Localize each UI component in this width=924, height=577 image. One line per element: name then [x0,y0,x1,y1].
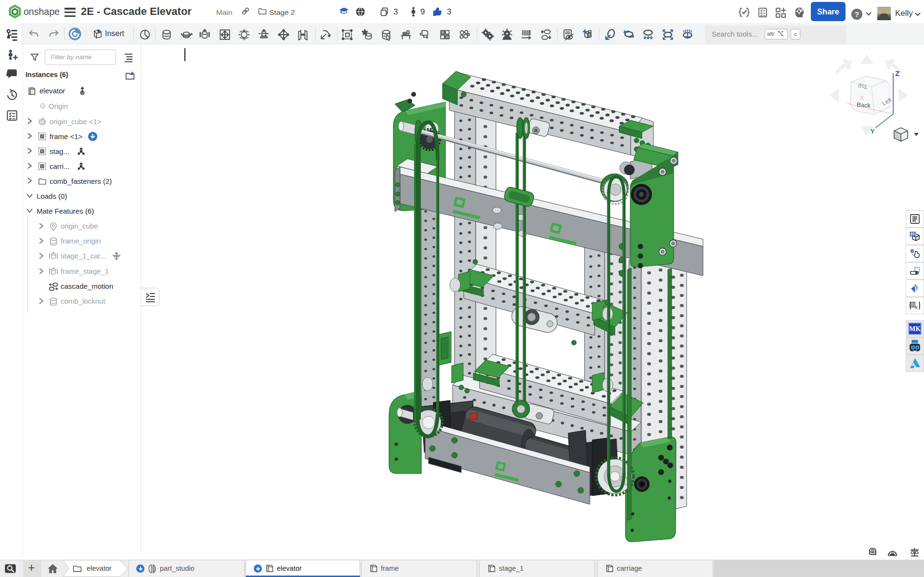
svg-text:x: x [914,303,918,310]
svg-text:Top: Top [858,83,868,90]
svg-text:Z: Z [895,69,899,77]
svg-text:Back: Back [857,101,871,109]
svg-text:Y: Y [870,127,875,135]
svg-text:X: X [860,94,864,102]
